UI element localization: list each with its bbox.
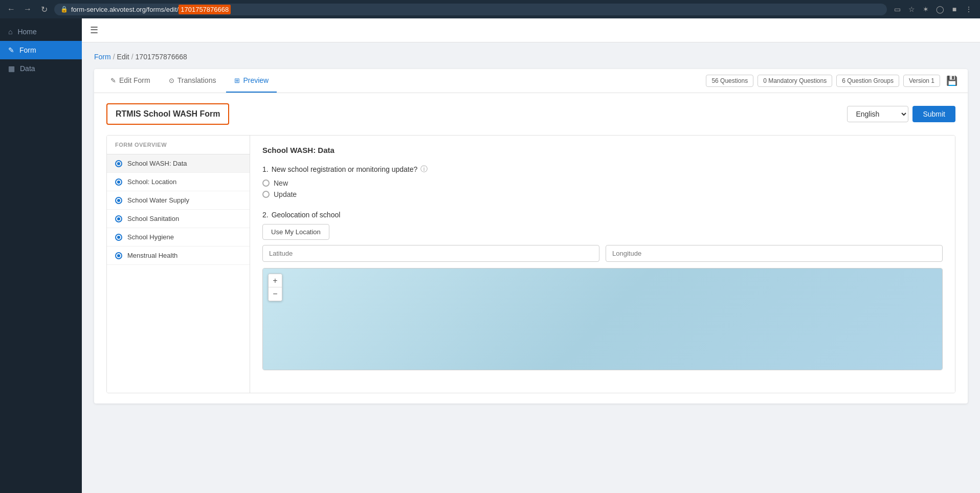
edit-form-tab-icon: ✎ [110,77,116,84]
submit-button[interactable]: Submit [912,106,955,122]
radio-icon-school-water-supply [115,197,122,204]
extensions-button[interactable]: ■ [948,3,961,15]
question-1-number: 1. [262,165,269,173]
form-title-row: RTMIS School WASH Form English French Sp… [106,103,955,125]
sidebar-item-home[interactable]: ⌂ Home [0,23,82,41]
sidebar-item-data-label: Data [20,64,35,73]
section-label-school-location: School: Location [127,178,176,186]
latitude-input[interactable] [262,245,599,262]
use-location-button[interactable]: Use My Location [262,224,329,240]
radio-icon-school-location [115,178,122,186]
map-zoom-out-button[interactable]: − [269,287,282,301]
sidebar-item-data[interactable]: ▦ Data [0,59,82,78]
back-button[interactable]: ← [5,3,17,15]
sidebar-item-form-label: Form [19,46,36,54]
question-1-block: 1. New school registration or monitoring… [262,165,943,198]
main-content: ☰ Form / Edit / 1701757876668 ✎ Edit F [82,18,980,493]
breadcrumb-id: 1701757876668 [136,53,187,61]
sidebar: ⌂ Home ✎ Form ▦ Data [0,18,82,493]
tab-preview-label: Preview [243,76,269,84]
section-label-school-water-supply: School Water Supply [127,196,189,204]
map-zoom-in-button[interactable]: + [269,274,282,287]
profile-button[interactable]: ◯ [934,3,946,15]
question-1-label: 1. New school registration or monitoring… [262,165,943,174]
radio-icon-menstrual-health [115,252,122,259]
question-2-label: 2. Geolocation of school [262,211,943,219]
section-item-school-location[interactable]: School: Location [107,173,250,191]
question-2-number: 2. [262,211,269,219]
q1-option-new[interactable]: New [262,179,943,187]
question-1-help-icon[interactable]: ⓘ [420,165,428,174]
preview-content: RTMIS School WASH Form English French Sp… [94,93,968,404]
map-zoom-controls: + − [268,274,282,301]
question-2-block: 2. Geolocation of school Use My Location [262,211,943,370]
language-select[interactable]: English French Spanish [847,106,908,122]
section-label-menstrual-health: Menstrual Health [127,252,177,259]
tab-translations[interactable]: ⊙ Translations [161,69,225,93]
form-icon: ✎ [8,46,14,54]
longitude-input[interactable] [606,245,943,262]
section-item-school-hygiene[interactable]: School Hygiene [107,228,250,246]
reload-button[interactable]: ↻ [38,3,50,15]
form-header-actions: English French Spanish Submit [847,106,955,122]
url-text: form-service.akvotest.org/forms/edit/170… [71,6,881,13]
section-item-school-sanitation[interactable]: School Sanitation [107,210,250,228]
map-container: + − [262,268,943,370]
q1-option-update[interactable]: Update [262,190,943,198]
form-questions-panel: School WASH: Data 1. New school registra… [250,136,955,393]
map-background [263,268,942,370]
bookmark-button[interactable]: ☆ [905,3,918,15]
q1-option-new-label: New [274,179,288,187]
breadcrumb-sep-2: / [131,53,133,61]
tabs-left: ✎ Edit Form ⊙ Translations ⊞ Preview [102,69,277,93]
section-label-school-wash-data: School WASH: Data [127,160,187,167]
geo-inputs [262,245,943,262]
cast-button[interactable]: ▭ [891,3,903,15]
radio-icon-school-wash-data [115,160,122,167]
shield-button[interactable]: ✶ [920,3,932,15]
section-label-school-sanitation: School Sanitation [127,215,179,222]
save-button[interactable]: 💾 [944,73,960,88]
content-area: Form / Edit / 1701757876668 ✎ Edit Form [82,42,980,493]
browser-icons: ▭ ☆ ✶ ◯ ■ ⋮ [891,3,975,15]
radio-new[interactable] [262,180,270,187]
forward-button[interactable]: → [21,3,34,15]
groups-count-badge: 6 Question Groups [836,75,899,87]
preview-tab-icon: ⊞ [234,77,240,84]
tab-edit-form-label: Edit Form [119,76,150,84]
mandatory-count-badge: 0 Mandatory Questions [758,75,832,87]
address-bar[interactable]: 🔒 form-service.akvotest.org/forms/edit/1… [54,4,887,15]
top-bar: ☰ [82,18,980,42]
app-layout: ⌂ Home ✎ Form ▦ Data ☰ Form / Edit / 170… [0,18,980,493]
section-item-school-wash-data[interactable]: School WASH: Data [107,154,250,173]
q1-option-update-label: Update [274,190,297,198]
breadcrumb-form-link[interactable]: Form [94,53,111,61]
form-overview-panel: FORM OVERVIEW School WASH: Data School: … [107,136,250,393]
section-item-school-water-supply[interactable]: School Water Supply [107,191,250,210]
tabs-right: 56 Questions 0 Mandatory Questions 6 Que… [706,73,960,88]
question-2-text: Geolocation of school [272,211,341,219]
breadcrumb-edit: Edit [117,53,129,61]
browser-chrome: ← → ↻ 🔒 form-service.akvotest.org/forms/… [0,0,980,18]
form-title-box: RTMIS School WASH Form [106,103,229,125]
tab-translations-label: Translations [177,76,216,84]
radio-icon-school-sanitation [115,215,122,222]
questions-count-badge: 56 Questions [706,75,753,87]
version-badge: Version 1 [903,75,940,87]
breadcrumb-sep-1: / [113,53,115,61]
hamburger-button[interactable]: ☰ [90,25,98,36]
form-title: RTMIS School WASH Form [116,109,220,118]
menu-button[interactable]: ⋮ [963,3,975,15]
tab-preview[interactable]: ⊞ Preview [226,69,277,93]
section-item-menstrual-health[interactable]: Menstrual Health [107,246,250,265]
tab-edit-form[interactable]: ✎ Edit Form [102,69,159,93]
form-editor-card: ✎ Edit Form ⊙ Translations ⊞ Preview [94,69,968,404]
sidebar-item-form[interactable]: ✎ Form [0,41,82,59]
url-id-highlight: 1701757876668 [179,5,231,14]
breadcrumb: Form / Edit / 1701757876668 [94,53,968,61]
form-overview-header: FORM OVERVIEW [107,136,250,154]
sidebar-item-home-label: Home [17,28,36,36]
radio-icon-school-hygiene [115,234,122,241]
home-icon: ⌂ [8,28,12,36]
radio-update[interactable] [262,191,270,198]
